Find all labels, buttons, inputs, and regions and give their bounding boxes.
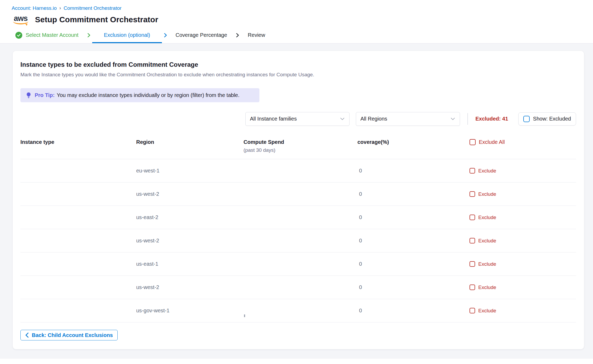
aws-logo-icon: aws: [12, 15, 30, 24]
chevron-right-icon: [162, 32, 168, 38]
exclude-label: Exclude: [478, 191, 496, 197]
exclude-checkbox[interactable]: [470, 215, 475, 220]
col-header-instance-type: Instance type: [20, 139, 136, 145]
exclude-control: Exclude: [470, 191, 576, 197]
col-header-compute-spend: Compute Spend: [244, 139, 357, 145]
regions-dropdown[interactable]: All Regions: [356, 112, 460, 126]
check-circle-icon: [15, 32, 22, 39]
chevron-right-icon: [234, 32, 240, 38]
back-button[interactable]: Back: Child Account Exclusions: [20, 330, 118, 340]
pro-tip-banner: Pro Tip: You may exclude instance types …: [20, 88, 259, 102]
step-exclusion-optional[interactable]: Exclusion (optional): [92, 27, 162, 43]
exclude-control: Exclude: [470, 168, 576, 174]
table-row: us-east-1 0 Exclude: [20, 252, 576, 276]
exclude-label: Exclude: [478, 238, 496, 244]
table-row: us-west-2 0 Exclude: [20, 183, 576, 206]
exclude-control: Exclude: [470, 285, 576, 290]
instance-families-dropdown[interactable]: All Instance families: [245, 112, 349, 126]
coverage-cell: 0: [357, 214, 470, 220]
step-label: Review: [248, 32, 265, 38]
exclude-label: Exclude: [478, 285, 496, 290]
coverage-cell: 0: [357, 261, 470, 267]
card-heading: Instance types to be excluded from Commi…: [20, 61, 576, 68]
exclude-checkbox[interactable]: [470, 191, 475, 197]
page-header: Account: Harness.io › Commitment Orchest…: [0, 0, 593, 24]
table-row: eu-west-1 0 Exclude: [20, 159, 576, 183]
coverage-cell: 0: [357, 168, 470, 174]
pro-tip-label: Pro Tip:: [35, 92, 55, 98]
regions-value: All Regions: [360, 116, 387, 122]
chevron-right-icon: [86, 32, 92, 38]
exclusion-table: Instance type Region Compute Spend (past…: [20, 139, 576, 322]
region-cell: us-east-2: [136, 214, 244, 220]
coverage-cell: 0: [357, 191, 470, 197]
coverage-cell: 0: [357, 308, 470, 314]
chevron-down-icon: [340, 118, 344, 120]
exclude-all-label: Exclude All: [479, 139, 505, 145]
chevron-down-icon: [451, 118, 455, 120]
exclude-control: Exclude: [470, 308, 576, 314]
col-header-coverage: coverage(%): [357, 139, 470, 145]
breadcrumb-separator-icon: ›: [59, 5, 61, 11]
show-excluded-label: Show: Excluded: [533, 116, 571, 122]
step-label: Coverage Percentage: [176, 32, 227, 38]
exclude-all-control: Exclude All: [470, 139, 576, 145]
table-body: eu-west-1 0 Exclude us-west-2 0 Exclude …: [20, 159, 576, 322]
region-cell: eu-west-1: [136, 168, 244, 174]
step-label: Select Master Account: [26, 32, 78, 38]
breadcrumb: Account: Harness.io › Commitment Orchest…: [12, 5, 593, 11]
step-coverage-percentage[interactable]: Coverage Percentage: [169, 27, 234, 43]
region-cell: us-west-2: [136, 284, 244, 290]
col-header-region: Region: [136, 139, 244, 145]
step-review[interactable]: Review: [241, 27, 272, 43]
step-label: Exclusion (optional): [104, 32, 150, 38]
table-row: us-east-2 0 Exclude: [20, 206, 576, 229]
region-cell: us-west-2: [136, 238, 244, 244]
lightbulb-icon: [26, 92, 32, 99]
instance-families-value: All Instance families: [250, 116, 297, 122]
exclude-label: Exclude: [478, 261, 496, 267]
vertical-divider: [467, 113, 468, 125]
exclude-control: Exclude: [470, 238, 576, 244]
region-cell: us-east-1: [136, 261, 244, 267]
aws-smile-swoosh: [13, 21, 28, 24]
exclude-label: Exclude: [478, 308, 496, 314]
chevron-left-icon: [25, 332, 29, 338]
breadcrumb-page-link[interactable]: Commitment Orchestrator: [64, 5, 122, 11]
exclude-checkbox[interactable]: [470, 308, 475, 313]
table-row: us-west-2 0 Exclude: [20, 276, 576, 299]
excluded-count: Excluded: 41: [475, 116, 508, 122]
pro-tip-text: You may exclude instance types individua…: [57, 92, 240, 98]
region-cell: us-west-2: [136, 191, 244, 197]
page-content: Instance types to be excluded from Commi…: [0, 43, 593, 359]
exclude-label: Exclude: [478, 215, 496, 220]
table-header-row: Instance type Region Compute Spend (past…: [20, 139, 576, 159]
coverage-cell: 0: [357, 238, 470, 244]
wizard-stepper: Select Master Account Exclusion (optiona…: [0, 27, 593, 43]
exclude-all-checkbox[interactable]: [470, 139, 476, 145]
region-cell: us-gov-west-1: [136, 308, 244, 314]
breadcrumb-account-link[interactable]: Account: Harness.io: [12, 5, 57, 11]
exclusion-card: Instance types to be excluded from Commi…: [13, 51, 584, 349]
back-button-label: Back: Child Account Exclusions: [32, 332, 113, 338]
exclude-control: Exclude: [470, 215, 576, 220]
table-row: us-gov-west-1 0 Exclude: [20, 299, 576, 322]
filter-row: All Instance families All Regions Exclud…: [20, 112, 576, 126]
page-title: Setup Commitment Orchestrator: [35, 15, 158, 24]
col-header-compute-spend-sub: (past 30 days): [244, 147, 357, 153]
exclude-checkbox[interactable]: [470, 261, 475, 267]
table-row: us-west-2 0 Exclude: [20, 229, 576, 252]
coverage-cell: 0: [357, 284, 470, 290]
exclude-label: Exclude: [478, 168, 496, 174]
exclude-control: Exclude: [470, 261, 576, 267]
card-subheading: Mark the Instance types you would like t…: [20, 72, 576, 78]
step-select-master-account[interactable]: Select Master Account: [15, 27, 85, 43]
exclude-checkbox[interactable]: [470, 238, 475, 243]
exclude-checkbox[interactable]: [470, 168, 475, 174]
show-excluded-toggle[interactable]: Show: Excluded: [518, 112, 576, 126]
show-excluded-checkbox[interactable]: [523, 116, 530, 122]
exclude-checkbox[interactable]: [470, 285, 475, 290]
